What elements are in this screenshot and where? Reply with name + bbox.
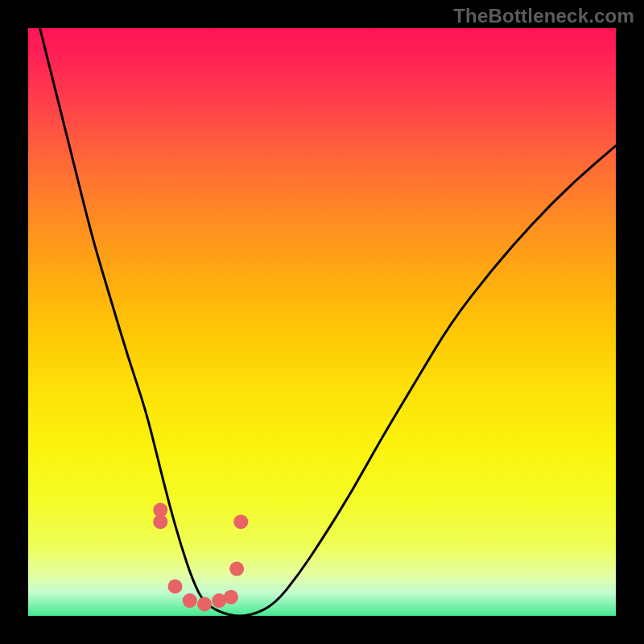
marker-dot [233, 514, 248, 529]
marker-dot [224, 590, 238, 605]
marker-dot [168, 580, 183, 594]
chart-svg [28, 28, 616, 616]
marker-dot [153, 514, 167, 529]
watermark-text: TheBottleneck.com [453, 5, 634, 27]
bottleneck-curve [40, 28, 616, 616]
chart-container: TheBottleneck.com [0, 0, 644, 644]
bottleneck-curve-path [40, 28, 616, 616]
marker-dot [229, 562, 244, 576]
plot-area [28, 28, 616, 616]
marker-dot [183, 593, 197, 608]
marker-dot [197, 597, 212, 611]
